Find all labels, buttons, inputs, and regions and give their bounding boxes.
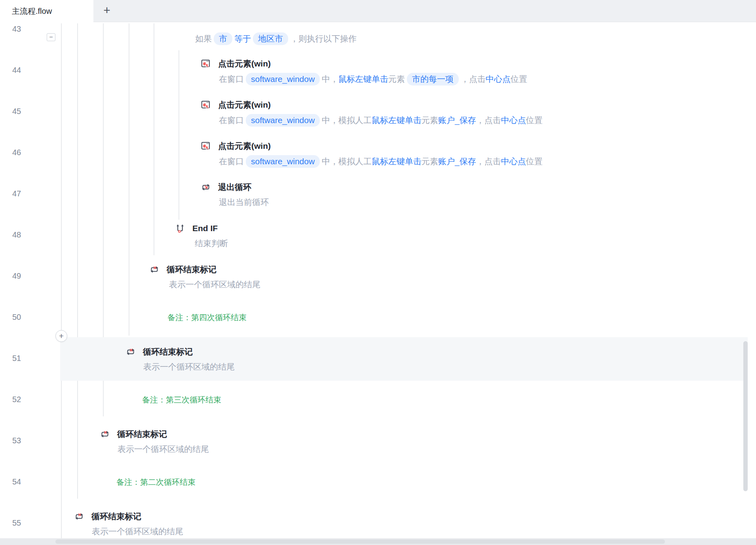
step-description[interactable]: 表示一个循环区域的结尾 (118, 443, 209, 455)
element-ref: 市的每一项 (407, 73, 459, 85)
end-if-icon (175, 223, 186, 234)
if-variable-right: 地区市 (253, 32, 288, 45)
step-exit-loop[interactable]: 退出循环 (200, 182, 251, 193)
step-description[interactable]: 退出当前循环 (219, 196, 269, 208)
tab-bar: + (0, 0, 756, 22)
collapse-if-button[interactable]: − (47, 33, 55, 41)
click-element-icon (200, 141, 211, 152)
if-suffix: ，则执行以下操作 (290, 34, 357, 43)
loop-end-icon (149, 264, 160, 275)
click-element-icon (200, 99, 211, 110)
indent-guide-5 (154, 23, 154, 255)
step-click-element[interactable]: 点击元素(win) (200, 58, 271, 69)
horizontal-scrollbar[interactable] (0, 538, 756, 545)
step-description[interactable]: 在窗口software_window中，模拟人工鼠标左键单击元素账户_保存，点击… (219, 155, 543, 168)
vertical-scrollbar-thumb[interactable] (743, 341, 748, 491)
window-ref: software_window (246, 155, 320, 168)
indent-guide-4 (129, 23, 129, 336)
line-number: 46 (12, 147, 33, 158)
step-end-if[interactable]: End IF (175, 223, 218, 234)
step-click-element[interactable]: 点击元素(win) (200, 141, 271, 152)
step-description[interactable]: 在窗口software_window中，模拟人工鼠标左键单击元素账户_保存，点击… (219, 114, 543, 127)
step-title: 点击元素(win) (218, 58, 271, 69)
note-loop3-end[interactable]: 备注：第三次循环结束 (142, 394, 221, 406)
indent-guide-1 (61, 23, 62, 538)
step-title: 循环结束标记 (143, 346, 193, 357)
step-loop-end-marker[interactable]: 循环结束标记 (74, 511, 141, 522)
if-prefix: 如果 (195, 34, 212, 43)
note-loop4-end[interactable]: 备注：第四次循环结束 (167, 311, 247, 323)
flow-editor: + 主流程.flow 43 44 45 46 47 48 49 50 51 52… (0, 0, 756, 545)
indent-guide-2 (77, 23, 78, 499)
step-title: 退出循环 (218, 182, 251, 193)
loop-end-icon (99, 429, 110, 440)
click-element-icon (200, 58, 211, 69)
element-ref: 账户_保存 (438, 116, 476, 125)
new-tab-button[interactable]: + (99, 0, 115, 22)
window-ref: software_window (246, 114, 320, 127)
line-number: 43 (12, 23, 33, 34)
step-description[interactable]: 表示一个循环区域的结尾 (143, 361, 235, 373)
step-title: 循环结束标记 (167, 264, 217, 275)
add-step-button[interactable]: + (55, 330, 67, 342)
step-loop-end-marker[interactable]: 循环结束标记 (99, 429, 167, 440)
line-number: 50 (12, 311, 33, 323)
step-description[interactable]: 表示一个循环区域的结尾 (92, 526, 183, 537)
step-title: 循环结束标记 (91, 511, 141, 522)
indent-guide-if (179, 50, 179, 220)
step-click-element[interactable]: 点击元素(win) (200, 99, 271, 110)
step-loop-end-marker[interactable]: 循环结束标记 (149, 264, 217, 275)
line-number: 54 (12, 476, 33, 487)
flow-canvas: 43 44 45 46 47 48 49 50 51 52 53 54 55 −… (0, 23, 756, 545)
step-description[interactable]: 在窗口software_window中，鼠标左键单击元素市的每一项，点击中心点位… (219, 73, 527, 85)
step-description[interactable]: 结束判断 (195, 237, 228, 249)
if-operator: 等于 (234, 34, 251, 43)
exit-loop-icon (200, 182, 211, 193)
line-number: 49 (12, 270, 33, 281)
line-number: 47 (12, 188, 33, 199)
line-number: 44 (12, 65, 33, 76)
element-ref: 账户_保存 (438, 157, 476, 166)
step-title: End IF (192, 223, 218, 234)
step-title: 循环结束标记 (117, 429, 167, 440)
note-loop2-end[interactable]: 备注：第二次循环结束 (116, 476, 196, 488)
line-number: 53 (12, 435, 33, 446)
line-number: 45 (12, 106, 33, 117)
loop-end-icon (125, 346, 136, 357)
selected-row-highlight (60, 337, 748, 381)
step-description[interactable]: 表示一个循环区域的结尾 (169, 279, 260, 291)
horizontal-scrollbar-thumb[interactable] (55, 539, 665, 544)
loop-end-icon (74, 511, 85, 522)
if-variable-left: 市 (214, 32, 232, 45)
window-ref: software_window (246, 73, 320, 85)
step-loop-end-marker[interactable]: 循环结束标记 (125, 346, 193, 357)
line-number: 52 (12, 394, 33, 405)
step-title: 点击元素(win) (218, 141, 271, 152)
step-title: 点击元素(win) (218, 99, 271, 110)
line-number: 51 (12, 353, 33, 364)
line-number: 48 (12, 229, 33, 240)
tab-main-flow[interactable]: 主流程.flow (0, 0, 93, 23)
if-condition-text[interactable]: 如果市等于地区市，则执行以下操作 (195, 32, 357, 45)
line-number: 55 (12, 517, 33, 528)
